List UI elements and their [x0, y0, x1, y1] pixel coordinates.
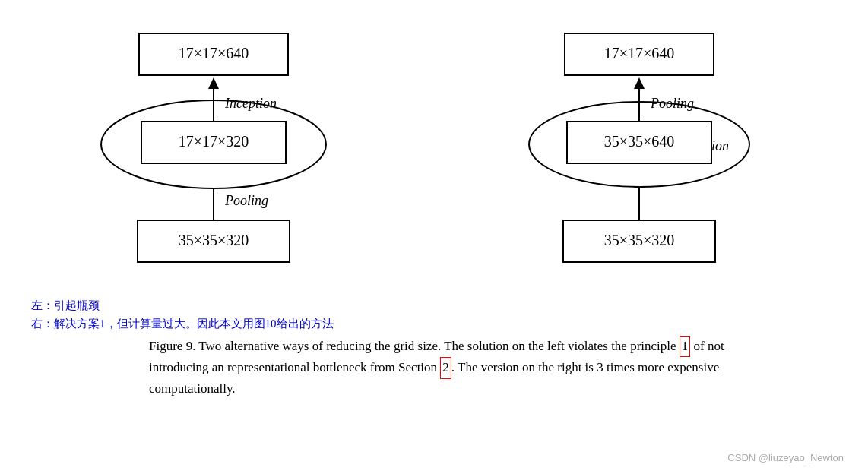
chinese-left-text: 左：引起瓶颈 [31, 296, 837, 314]
right-top-box-label: 17×17×640 [604, 45, 675, 62]
left-top-box-label: 17×17×640 [179, 45, 249, 62]
left-bottom-box-label: 35×35×320 [179, 232, 249, 248]
ref1-box: 1 [680, 336, 691, 357]
caption-text-1: Figure 9. Two alternative ways of reduci… [149, 339, 680, 353]
ref2-box: 2 [440, 357, 451, 378]
bottom-section: 左：引起瓶颈 右：解决方案1，但计算量过大。因此本文用图10给出的方法 Figu… [16, 296, 852, 399]
right-upper-arrowhead [634, 77, 645, 89]
right-mid-box-label: 35×35×640 [604, 133, 675, 150]
left-mid-box-label: 17×17×320 [179, 133, 249, 150]
right-pooling-label: Pooling [650, 96, 694, 111]
left-pooling-label: Pooling [224, 193, 268, 208]
left-inception-label: Inception [224, 96, 277, 111]
chinese-caption: 左：引起瓶颈 右：解决方案1，但计算量过大。因此本文用图10给出的方法 [31, 296, 837, 333]
figure-caption: Figure 9. Two alternative ways of reduci… [149, 336, 727, 399]
right-bottom-box-label: 35×35×320 [604, 232, 675, 248]
watermark: CSDN @liuzeyao_Newton [727, 452, 844, 463]
left-upper-arrowhead [208, 77, 219, 89]
diagram-svg: 35×35×320 Pooling 17×17×320 Inception 17… [16, 0, 852, 296]
chinese-right-text: 右：解决方案1，但计算量过大。因此本文用图10给出的方法 [31, 314, 837, 333]
